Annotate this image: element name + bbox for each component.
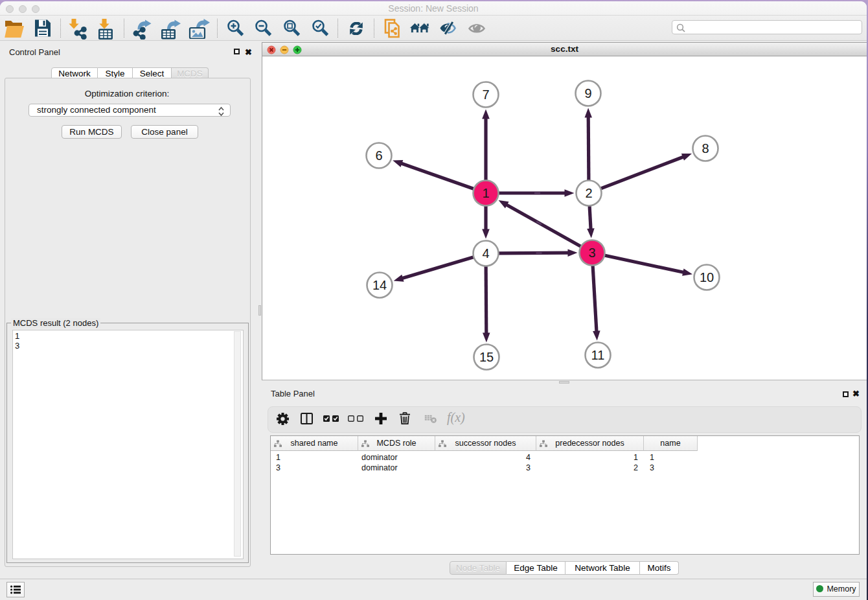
svg-text:6: 6: [375, 148, 382, 163]
svg-text:7: 7: [482, 87, 489, 102]
svg-text:10: 10: [700, 270, 714, 284]
svg-text:11: 11: [591, 348, 605, 362]
svg-text:14: 14: [372, 278, 387, 292]
svg-text:8: 8: [702, 141, 709, 156]
svg-text:2: 2: [585, 186, 592, 200]
svg-text:9: 9: [584, 86, 591, 100]
svg-text:1: 1: [482, 186, 489, 200]
svg-text:3: 3: [588, 246, 595, 260]
svg-text:4: 4: [482, 246, 489, 260]
svg-text:15: 15: [479, 350, 494, 364]
